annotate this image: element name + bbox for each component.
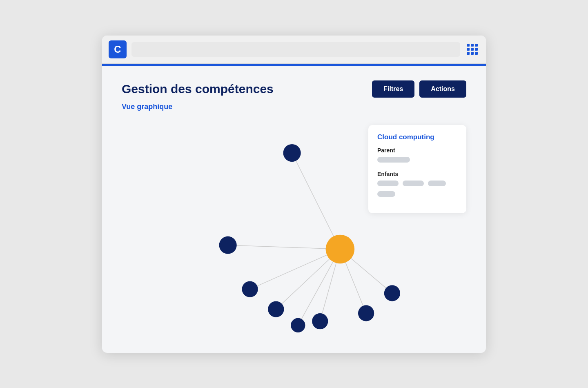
graph-node-2[interactable] <box>219 236 237 254</box>
logo-letter: C <box>114 44 121 55</box>
graph-node-5[interactable] <box>312 313 328 329</box>
graph-node-3[interactable] <box>242 281 258 297</box>
svg-line-1 <box>228 245 340 249</box>
graph-node-6[interactable] <box>358 305 374 321</box>
enfants-label: Enfants <box>377 171 457 177</box>
svg-line-0 <box>292 153 340 249</box>
page-header: Gestion des compétences Filtres Actions <box>122 80 466 98</box>
enfant-pill-1 <box>377 181 399 186</box>
apps-grid-icon[interactable] <box>465 42 479 56</box>
card-enfants-section: Enfants <box>377 171 457 199</box>
filtres-button[interactable]: Filtres <box>372 80 414 98</box>
actions-button[interactable]: Actions <box>419 80 466 98</box>
enfants-pills <box>377 181 457 199</box>
graph-area: Cloud computing Parent Enfants <box>122 121 466 333</box>
browser-header: C <box>102 36 486 64</box>
address-bar <box>131 42 460 57</box>
svg-line-2 <box>250 249 340 289</box>
header-buttons: Filtres Actions <box>372 80 466 98</box>
graph-node-8[interactable] <box>291 318 305 332</box>
parent-pill-1 <box>377 157 410 163</box>
info-card: Cloud computing Parent Enfants <box>368 125 466 213</box>
page-title: Gestion des compétences <box>122 82 274 96</box>
graph-node-1[interactable] <box>283 144 301 161</box>
enfant-pill-2 <box>403 181 424 186</box>
parent-label: Parent <box>377 147 457 154</box>
browser-window: C Gestion des compétences <box>102 36 486 353</box>
enfant-pill-3 <box>428 181 446 186</box>
parent-pills <box>377 157 457 165</box>
card-parent-section: Parent <box>377 147 457 165</box>
graph-center-node[interactable] <box>326 234 355 263</box>
page-content: Gestion des compétences Filtres Actions … <box>102 66 486 353</box>
logo-box: C <box>109 40 127 58</box>
graph-node-4[interactable] <box>268 301 284 317</box>
enfant-pill-4 <box>377 191 395 197</box>
card-title: Cloud computing <box>377 133 457 141</box>
graph-node-7[interactable] <box>384 285 400 301</box>
page-subtitle: Vue graphique <box>122 103 466 111</box>
